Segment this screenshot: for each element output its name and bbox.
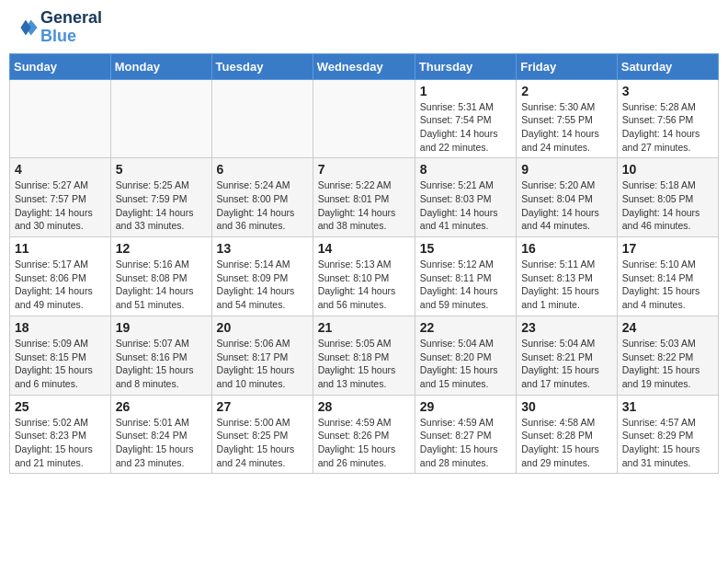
- calendar-cell: 2Sunrise: 5:30 AM Sunset: 7:55 PM Daylig…: [517, 79, 618, 158]
- weekday-header-row: SundayMondayTuesdayWednesdayThursdayFrid…: [10, 53, 719, 79]
- weekday-header-wednesday: Wednesday: [313, 53, 415, 79]
- day-number: 5: [116, 162, 207, 177]
- day-number: 16: [521, 241, 612, 256]
- day-number: 14: [318, 241, 410, 256]
- day-number: 27: [217, 399, 308, 414]
- weekday-header-monday: Monday: [110, 53, 211, 79]
- day-info: Sunrise: 5:04 AM Sunset: 8:20 PM Dayligh…: [420, 337, 511, 391]
- day-info: Sunrise: 5:00 AM Sunset: 8:25 PM Dayligh…: [217, 416, 308, 470]
- calendar-cell: 11Sunrise: 5:17 AM Sunset: 8:06 PM Dayli…: [10, 237, 111, 316]
- calendar-cell: 20Sunrise: 5:06 AM Sunset: 8:17 PM Dayli…: [211, 316, 313, 395]
- day-info: Sunrise: 5:21 AM Sunset: 8:03 PM Dayligh…: [420, 178, 511, 233]
- day-number: 28: [318, 399, 410, 414]
- day-info: Sunrise: 5:14 AM Sunset: 8:09 PM Dayligh…: [217, 258, 308, 312]
- day-number: 31: [622, 399, 713, 414]
- calendar-cell: 7Sunrise: 5:22 AM Sunset: 8:01 PM Daylig…: [313, 158, 415, 237]
- calendar-cell: 10Sunrise: 5:18 AM Sunset: 8:05 PM Dayli…: [617, 158, 718, 237]
- calendar-cell: 27Sunrise: 5:00 AM Sunset: 8:25 PM Dayli…: [211, 395, 313, 474]
- day-info: Sunrise: 5:03 AM Sunset: 8:22 PM Dayligh…: [622, 337, 713, 391]
- day-number: 1: [420, 84, 511, 98]
- day-number: 15: [420, 241, 511, 256]
- day-info: Sunrise: 4:59 AM Sunset: 8:27 PM Dayligh…: [420, 416, 511, 470]
- calendar-cell: 26Sunrise: 5:01 AM Sunset: 8:24 PM Dayli…: [110, 395, 211, 474]
- weekday-header-friday: Friday: [517, 53, 618, 79]
- day-number: 30: [521, 399, 612, 414]
- day-number: 24: [622, 320, 713, 335]
- calendar-cell: 23Sunrise: 5:04 AM Sunset: 8:21 PM Dayli…: [517, 316, 618, 395]
- calendar-cell: 14Sunrise: 5:13 AM Sunset: 8:10 PM Dayli…: [313, 237, 415, 316]
- weekday-header-saturday: Saturday: [617, 53, 718, 79]
- calendar-cell: [110, 79, 211, 158]
- day-number: 9: [521, 162, 612, 177]
- day-info: Sunrise: 4:58 AM Sunset: 8:28 PM Dayligh…: [521, 416, 612, 470]
- day-info: Sunrise: 5:06 AM Sunset: 8:17 PM Dayligh…: [217, 337, 308, 391]
- calendar-cell: 29Sunrise: 4:59 AM Sunset: 8:27 PM Dayli…: [415, 395, 516, 474]
- day-number: 25: [15, 399, 106, 414]
- calendar-cell: 12Sunrise: 5:16 AM Sunset: 8:08 PM Dayli…: [110, 237, 211, 316]
- svg-marker-1: [20, 19, 30, 35]
- calendar-cell: [313, 79, 415, 158]
- weekday-header-tuesday: Tuesday: [211, 53, 313, 79]
- day-info: Sunrise: 5:02 AM Sunset: 8:23 PM Dayligh…: [15, 416, 106, 470]
- day-number: 26: [116, 399, 207, 414]
- day-info: Sunrise: 5:27 AM Sunset: 7:57 PM Dayligh…: [15, 178, 106, 233]
- day-number: 2: [521, 84, 612, 98]
- calendar-cell: 17Sunrise: 5:10 AM Sunset: 8:14 PM Dayli…: [617, 237, 718, 316]
- day-number: 21: [318, 320, 410, 335]
- day-info: Sunrise: 5:12 AM Sunset: 8:11 PM Dayligh…: [420, 258, 511, 312]
- calendar-cell: 28Sunrise: 4:59 AM Sunset: 8:26 PM Dayli…: [313, 395, 415, 474]
- day-info: Sunrise: 5:30 AM Sunset: 7:55 PM Dayligh…: [521, 100, 612, 155]
- calendar-cell: 6Sunrise: 5:24 AM Sunset: 8:00 PM Daylig…: [211, 158, 313, 237]
- day-info: Sunrise: 5:10 AM Sunset: 8:14 PM Dayligh…: [622, 258, 713, 312]
- day-info: Sunrise: 5:25 AM Sunset: 7:59 PM Dayligh…: [116, 178, 207, 233]
- day-number: 7: [318, 162, 410, 177]
- day-number: 8: [420, 162, 511, 177]
- calendar-cell: 24Sunrise: 5:03 AM Sunset: 8:22 PM Dayli…: [617, 316, 718, 395]
- calendar-cell: 16Sunrise: 5:11 AM Sunset: 8:13 PM Dayli…: [517, 237, 618, 316]
- calendar-cell: 30Sunrise: 4:58 AM Sunset: 8:28 PM Dayli…: [517, 395, 618, 474]
- calendar-cell: 21Sunrise: 5:05 AM Sunset: 8:18 PM Dayli…: [313, 316, 415, 395]
- calendar-cell: 13Sunrise: 5:14 AM Sunset: 8:09 PM Dayli…: [211, 237, 313, 316]
- page-header: General Blue: [9, 9, 719, 46]
- day-info: Sunrise: 5:31 AM Sunset: 7:54 PM Dayligh…: [420, 100, 511, 155]
- day-info: Sunrise: 4:59 AM Sunset: 8:26 PM Dayligh…: [318, 416, 410, 470]
- calendar-cell: 5Sunrise: 5:25 AM Sunset: 7:59 PM Daylig…: [110, 158, 211, 237]
- weekday-header-sunday: Sunday: [10, 53, 111, 79]
- week-row-1: 1Sunrise: 5:31 AM Sunset: 7:54 PM Daylig…: [10, 79, 719, 158]
- week-row-3: 11Sunrise: 5:17 AM Sunset: 8:06 PM Dayli…: [10, 237, 719, 316]
- day-number: 20: [217, 320, 308, 335]
- calendar-cell: 19Sunrise: 5:07 AM Sunset: 8:16 PM Dayli…: [110, 316, 211, 395]
- calendar-cell: 4Sunrise: 5:27 AM Sunset: 7:57 PM Daylig…: [10, 158, 111, 237]
- day-number: 4: [15, 162, 106, 177]
- day-number: 11: [15, 241, 106, 256]
- day-number: 17: [622, 241, 713, 256]
- logo: General Blue: [13, 9, 102, 46]
- calendar-cell: [10, 79, 111, 158]
- week-row-4: 18Sunrise: 5:09 AM Sunset: 8:15 PM Dayli…: [10, 316, 719, 395]
- day-number: 6: [217, 162, 308, 177]
- day-info: Sunrise: 5:16 AM Sunset: 8:08 PM Dayligh…: [116, 258, 207, 312]
- day-info: Sunrise: 5:18 AM Sunset: 8:05 PM Dayligh…: [622, 178, 713, 233]
- logo-icon: [13, 15, 39, 40]
- calendar-cell: [211, 79, 313, 158]
- day-info: Sunrise: 4:57 AM Sunset: 8:29 PM Dayligh…: [622, 416, 713, 470]
- day-number: 12: [116, 241, 207, 256]
- day-number: 10: [622, 162, 713, 177]
- day-info: Sunrise: 5:01 AM Sunset: 8:24 PM Dayligh…: [116, 416, 207, 470]
- day-info: Sunrise: 5:11 AM Sunset: 8:13 PM Dayligh…: [521, 258, 612, 312]
- day-number: 29: [420, 399, 511, 414]
- calendar-cell: 9Sunrise: 5:20 AM Sunset: 8:04 PM Daylig…: [517, 158, 618, 237]
- day-number: 3: [622, 84, 713, 98]
- week-row-5: 25Sunrise: 5:02 AM Sunset: 8:23 PM Dayli…: [10, 395, 719, 474]
- day-info: Sunrise: 5:28 AM Sunset: 7:56 PM Dayligh…: [622, 100, 713, 155]
- day-info: Sunrise: 5:22 AM Sunset: 8:01 PM Dayligh…: [318, 178, 410, 233]
- day-number: 23: [521, 320, 612, 335]
- calendar-cell: 15Sunrise: 5:12 AM Sunset: 8:11 PM Dayli…: [415, 237, 516, 316]
- day-info: Sunrise: 5:13 AM Sunset: 8:10 PM Dayligh…: [318, 258, 410, 312]
- calendar-cell: 1Sunrise: 5:31 AM Sunset: 7:54 PM Daylig…: [415, 79, 516, 158]
- day-info: Sunrise: 5:17 AM Sunset: 8:06 PM Dayligh…: [15, 258, 106, 312]
- logo-text: General Blue: [40, 9, 102, 46]
- day-number: 22: [420, 320, 511, 335]
- calendar-cell: 18Sunrise: 5:09 AM Sunset: 8:15 PM Dayli…: [10, 316, 111, 395]
- week-row-2: 4Sunrise: 5:27 AM Sunset: 7:57 PM Daylig…: [10, 158, 719, 237]
